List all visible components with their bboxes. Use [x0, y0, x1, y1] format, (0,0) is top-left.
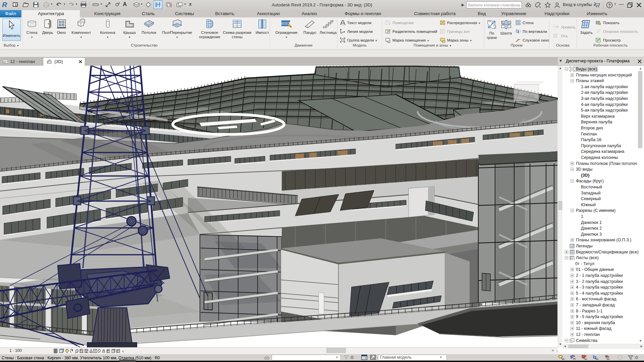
svg-text:1: 1 [553, 24, 554, 26]
svg-text::0: :0 [634, 355, 638, 360]
svg-text:?: ? [608, 3, 611, 8]
svg-text:Стена: Стена [523, 94, 535, 98]
svg-text:<: < [122, 349, 124, 353]
